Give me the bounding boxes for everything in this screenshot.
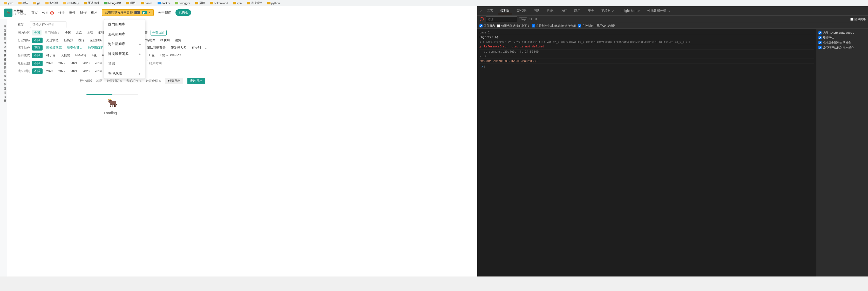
est-year-2020[interactable]: 2020 bbox=[81, 69, 91, 74]
sidebar-third-board[interactable]: 三板 bbox=[0, 87, 7, 91]
round-e-pre-ipo[interactable]: E轮 ～ Pre-IPO bbox=[158, 52, 183, 58]
latest-invest-no-limit[interactable]: 不限 bbox=[32, 61, 42, 66]
industry-medical[interactable]: 医疗 bbox=[77, 38, 86, 43]
features-no-limit[interactable]: 不限 bbox=[32, 45, 42, 50]
feature-patent[interactable]: 有专利 bbox=[190, 45, 203, 50]
industry-consumer[interactable]: 消费 bbox=[174, 38, 183, 43]
devtools-tab-console[interactable]: 控制台 bbox=[498, 7, 512, 14]
feature-large-amount[interactable]: 融资金额大 bbox=[65, 45, 84, 50]
devtools-tab-network[interactable]: 网络 bbox=[532, 7, 542, 14]
log-xhr-checkbox[interactable] bbox=[818, 31, 822, 34]
bookmark-project[interactable]: 项目 bbox=[124, 1, 138, 5]
round-pre-a[interactable]: Pre-A轮 bbox=[74, 52, 88, 58]
sidebar-niutech[interactable]: 堵牛特 bbox=[0, 38, 7, 41]
sidebar-current-round[interactable]: 当前轮次 bbox=[0, 46, 7, 49]
dropdown-item-overseas-news[interactable]: 海外新闻库 ▶ bbox=[104, 39, 145, 49]
devtools-tab-sources[interactable]: 源代码 bbox=[515, 7, 528, 14]
round-a[interactable]: A轮 bbox=[90, 52, 98, 58]
debug-close-button[interactable]: × bbox=[149, 11, 151, 15]
est-year-2019[interactable]: 2019 bbox=[93, 69, 103, 74]
bookmark-git[interactable]: git bbox=[31, 1, 42, 5]
industry-iot[interactable]: 物联网 bbox=[159, 38, 171, 43]
round-seed[interactable]: 种子轮 bbox=[44, 52, 57, 58]
region-all-cities[interactable]: 全部城市 bbox=[151, 30, 167, 36]
dropdown-item-track[interactable]: 追踪 bbox=[104, 59, 145, 69]
bookmark-algo[interactable]: 算法 bbox=[17, 1, 30, 5]
context-only-checkbox[interactable] bbox=[497, 24, 500, 28]
round-angel[interactable]: 天使轮 bbox=[59, 52, 72, 58]
est-year-2021[interactable]: 2021 bbox=[69, 69, 79, 74]
year-2020[interactable]: 2020 bbox=[81, 61, 91, 66]
feature-research-team[interactable]: 团队科研背景 bbox=[145, 45, 167, 50]
console-cursor[interactable]: | bbox=[483, 65, 485, 68]
sidebar-merge[interactable]: 融项目 bbox=[0, 30, 7, 33]
bookmark-python[interactable]: python bbox=[265, 1, 282, 5]
bookmark-java[interactable]: java bbox=[2, 1, 15, 5]
col-region[interactable]: 地区 bbox=[96, 78, 102, 84]
bookmark-interview[interactable]: 面试资料 bbox=[82, 1, 101, 5]
bookmark-betterwood[interactable]: betterwood bbox=[208, 1, 230, 5]
debug-pause-button[interactable]: ⏸ bbox=[134, 11, 140, 14]
sidebar-service1[interactable]: 服 bbox=[0, 71, 7, 74]
year-2021[interactable]: 2021 bbox=[69, 61, 79, 66]
nav-research[interactable]: 研报 bbox=[80, 9, 87, 16]
date-end-input[interactable] bbox=[147, 60, 170, 66]
sidebar-law-company[interactable]: 律公司 bbox=[0, 83, 7, 86]
bookmark-thesis[interactable]: 毕业设计 bbox=[245, 1, 264, 5]
sidebar-service2[interactable]: 服 bbox=[0, 75, 7, 78]
devtools-tab-security[interactable]: 安全 bbox=[586, 7, 596, 14]
sidebar-us-stock[interactable]: 美股 bbox=[0, 63, 7, 66]
region-nationwide[interactable]: 全国 bbox=[63, 30, 73, 36]
dropdown-item-domestic-news[interactable]: 国内新闻库 bbox=[104, 20, 145, 29]
sidebar-product-library[interactable]: 司产品库 bbox=[0, 96, 7, 99]
year-2023[interactable]: 2023 bbox=[44, 61, 55, 66]
sidebar-founded-time[interactable]: 成立时间 bbox=[0, 54, 7, 58]
region-all[interactable]: 全国 bbox=[32, 30, 41, 36]
nav-industry[interactable]: 行业 bbox=[58, 9, 65, 16]
autocomplete-history-checkbox[interactable] bbox=[818, 41, 822, 44]
feature-rd-heavy[interactable]: 研发投入多 bbox=[169, 45, 188, 50]
devtools-close-icon[interactable]: ✕ bbox=[479, 9, 482, 13]
sidebar-tags[interactable]: 标签 bbox=[0, 21, 7, 24]
nav-about[interactable]: 关于我们 bbox=[158, 9, 171, 16]
industry-enterprise-service[interactable]: 企业服务 bbox=[88, 38, 104, 43]
devtools-tab-elements[interactable]: 元素 bbox=[485, 7, 495, 14]
console-filter-input[interactable] bbox=[486, 16, 517, 22]
sidebar-latest-invest[interactable]: 最新获投 bbox=[0, 50, 7, 53]
bookmark-swagger[interactable]: swagger bbox=[173, 1, 192, 5]
bookmark-mongodb[interactable]: MongoDB bbox=[102, 1, 123, 5]
eager-eval-checkbox[interactable] bbox=[818, 36, 822, 39]
sidebar-stock[interactable]: 股 bbox=[0, 79, 7, 82]
industry-new-energy[interactable]: 新能源 bbox=[62, 38, 75, 43]
devtools-tab-performance[interactable]: 性能 bbox=[545, 7, 556, 14]
dropdown-item-hk-us-news[interactable]: 港美股新闻库 ▶ bbox=[104, 49, 145, 59]
hide-network-checkbox[interactable] bbox=[850, 17, 854, 21]
industry-advanced-mfg[interactable]: 先进制造 bbox=[44, 38, 60, 43]
version-button[interactable]: 机构版 bbox=[176, 9, 191, 16]
bookmark-jobs[interactable]: 招聘 bbox=[193, 1, 207, 5]
col-finance-amount[interactable]: 融资金额 ⇅ bbox=[146, 78, 161, 84]
year-2022[interactable]: 2022 bbox=[57, 61, 67, 66]
region-shanghai[interactable]: 上海 bbox=[85, 30, 94, 36]
features-expand-icon[interactable]: ⌄ bbox=[205, 46, 207, 50]
devtools-tab-recorder[interactable]: 记录器 △ bbox=[599, 7, 616, 14]
established-no-limit[interactable]: 不限 bbox=[32, 68, 42, 74]
round-no-limit[interactable]: 不限 bbox=[32, 52, 42, 58]
custom-export-button[interactable]: 定制导出 bbox=[187, 78, 205, 84]
group-similar-checkbox[interactable] bbox=[532, 24, 535, 28]
cors-errors-checkbox[interactable] bbox=[578, 24, 581, 28]
est-year-2022[interactable]: 2022 bbox=[57, 69, 67, 74]
devtools-tab-memory[interactable]: 内存 bbox=[559, 7, 569, 14]
est-year-2023[interactable]: 2023 bbox=[44, 69, 55, 74]
bookmark-vpn[interactable]: vpn bbox=[231, 1, 244, 5]
nav-company[interactable]: 公司 N bbox=[42, 9, 54, 16]
dropdown-item-hot-news[interactable]: 热点新闻库 bbox=[104, 29, 145, 39]
sidebar-hk-stock[interactable]: 股 bbox=[0, 67, 7, 70]
filter-top-label[interactable]: top bbox=[519, 17, 527, 21]
debug-play-button[interactable]: ▶ bbox=[142, 11, 147, 14]
filter-it-label[interactable]: It bbox=[529, 17, 532, 21]
bookmark-rabbitmq[interactable]: rabbitMQ bbox=[61, 1, 81, 5]
bookmark-nacos[interactable]: nacos bbox=[139, 1, 154, 5]
round-expand-icon[interactable]: ⌄ bbox=[185, 53, 187, 57]
feature-window[interactable]: 融资窗口期 bbox=[86, 45, 105, 50]
